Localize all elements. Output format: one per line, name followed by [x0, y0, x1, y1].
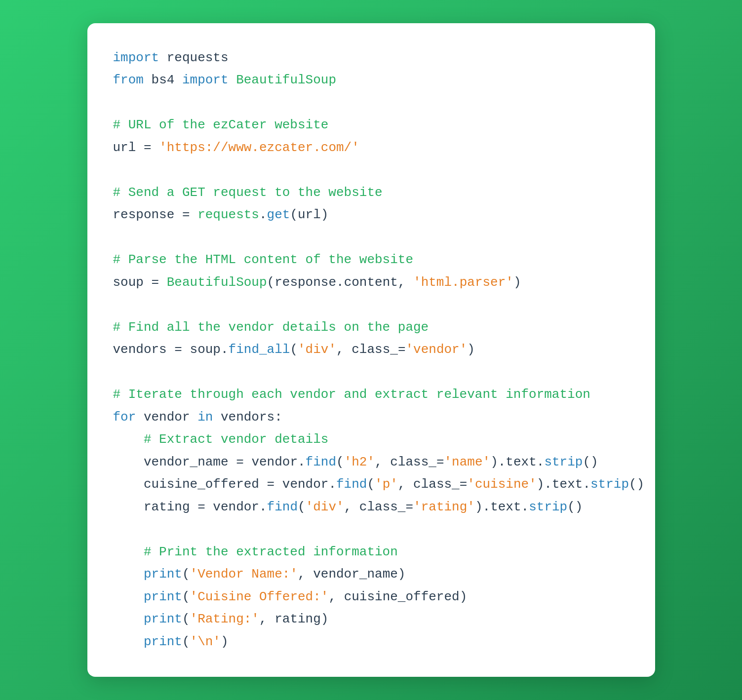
line-comment-3: # Parse the HTML content of the website — [113, 249, 629, 272]
line-comment-7: # Print the extracted information — [113, 541, 629, 564]
blank-6 — [113, 518, 629, 541]
line-9: cuisine_offered = vendor.find('p', class… — [113, 473, 629, 496]
line-1: import requests — [113, 47, 629, 70]
blank-2 — [113, 159, 629, 182]
line-4: response = requests.get(url) — [113, 204, 629, 227]
line-comment-4: # Find all the vendor details on the pag… — [113, 316, 629, 339]
line-14: print('\n') — [113, 631, 629, 654]
code-card: import requests from bs4 import Beautifu… — [87, 23, 655, 677]
line-comment-6: # Extract vendor details — [113, 428, 629, 451]
line-2: from bs4 import BeautifulSoup — [113, 69, 629, 92]
blank-1 — [113, 92, 629, 115]
line-12: print('Cuisine Offered:', cuisine_offere… — [113, 586, 629, 609]
blank-3 — [113, 227, 629, 249]
code-block: import requests from bs4 import Beautifu… — [113, 47, 629, 654]
line-7: for vendor in vendors: — [113, 406, 629, 429]
line-11: print('Vendor Name:', vendor_name) — [113, 563, 629, 586]
line-comment-1: # URL of the ezCater website — [113, 114, 629, 137]
blank-4 — [113, 294, 629, 316]
line-10: rating = vendor.find('div', class_='rati… — [113, 496, 629, 519]
blank-5 — [113, 361, 629, 384]
line-comment-5: # Iterate through each vendor and extrac… — [113, 384, 629, 406]
line-3: url = 'https://www.ezcater.com/' — [113, 137, 629, 159]
line-6: vendors = soup.find_all('div', class_='v… — [113, 339, 629, 361]
line-8: vendor_name = vendor.find('h2', class_='… — [113, 451, 629, 474]
line-13: print('Rating:', rating) — [113, 608, 629, 631]
line-comment-2: # Send a GET request to the website — [113, 182, 629, 204]
line-5: soup = BeautifulSoup(response.content, '… — [113, 272, 629, 294]
